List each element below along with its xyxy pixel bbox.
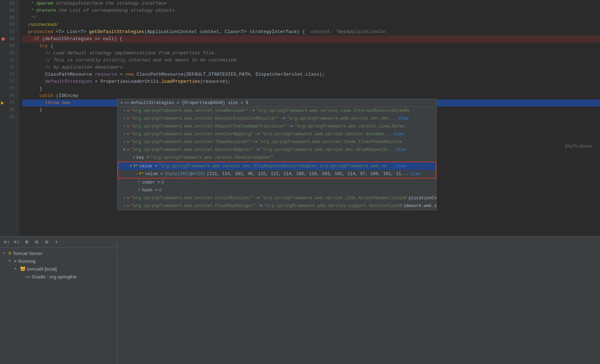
code-token: loadProperties — [162, 79, 200, 84]
code-token: } — [39, 86, 42, 91]
code-line-64: * @return the List of corresponding stra… — [22, 7, 600, 14]
code-token: * @param strategyInterface the strategy … — [28, 1, 167, 6]
debug-tooltip-popup: ▼ ∞∞ defaultStrategies = {Properties@464… — [117, 99, 437, 210]
popup-expand-icon[interactable]: ▼ — [120, 101, 123, 105]
line-70: 70 — [0, 50, 17, 57]
code-line-69: try { — [22, 43, 600, 50]
tomcat-server-item[interactable]: ▼ ⚙ Tomcat Server — [0, 249, 117, 257]
execution-point-arrow — [1, 101, 4, 105]
code-line-68: if (defaultStrategies == null) { — [22, 36, 600, 43]
code-token: catch — [39, 93, 56, 98]
debug-row-2[interactable]: > ≡ "org.springframework.web.servlet.Han… — [118, 115, 436, 123]
code-token: ClassPathResource(DEFAULT_STRATEGIES_PAT… — [136, 72, 325, 77]
debug-row-3[interactable]: > ≡ "org.springframework.web.servlet.Req… — [118, 123, 436, 130]
debug-row-9[interactable]: > f* value = {byte[283]@4710} [111, 114,… — [118, 170, 436, 178]
code-token: // by application developers. — [45, 65, 125, 70]
spacer — [20, 275, 24, 279]
infinity-icon: ∞∞ — [124, 100, 129, 105]
debug-row-12[interactable]: > ≡ "org.springframework.web.servlet.Loc… — [118, 194, 436, 202]
editor-area: 63 64 65 66 67 68 69 70 71 72 73 74 75 7… — [0, 0, 600, 236]
code-line-76: catch (IOExcep — [22, 92, 600, 99]
line-78: 78 — [0, 107, 17, 114]
tomcat9-label: tomcat9 [local] — [27, 266, 57, 272]
running-icon: ▶ — [14, 258, 17, 264]
code-token: if — [34, 36, 42, 42]
map-icon: ≡ — [127, 109, 130, 113]
line-69: 69 — [0, 43, 17, 50]
code-token: ClassPathResource — [45, 72, 95, 77]
code-token: resource — [95, 72, 117, 77]
code-line-70: // Load default strategy implementations… — [22, 50, 600, 57]
debug-variables-panel[interactable] — [117, 237, 600, 364]
map-icon: ≡ — [127, 204, 130, 208]
code-token: defaultStrategies — [45, 79, 92, 84]
server-icon: ⚙ — [9, 250, 11, 256]
line-63: 63 — [0, 0, 17, 7]
code-line-73: ClassPathResource resource = new ClassPa… — [22, 71, 600, 78]
code-token: context: "WebApplicationCon — [305, 29, 385, 34]
gradle-item[interactable]: ⚙❋ Gradle : org.springfrar — [0, 273, 117, 281]
debug-row-7[interactable]: ≡ key = "org.springframework.web.servlet… — [118, 154, 436, 162]
bottom-panel: ≡↕ ≡↕ ⊞ ⊟ ⊡ + ▼ ⚙ Tomcat Server ▼ ▶ — [0, 236, 600, 364]
code-line-67: protected <T> List<T> getDefaultStrategi… — [22, 28, 600, 36]
tomcat9-item[interactable]: ▼ 🐱 tomcat9 [local] — [0, 265, 117, 273]
code-token: /unchecked/ — [28, 22, 59, 27]
expand-arrow: ▼ — [9, 259, 13, 263]
line-74: 74 — [0, 78, 17, 85]
running-item[interactable]: ▼ ▶ Running — [0, 257, 117, 265]
code-token: */ — [28, 15, 36, 20]
sort-alpha-button[interactable]: ≡↕ — [3, 238, 11, 246]
breakpoint-indicator — [1, 37, 5, 41]
settings-button[interactable]: ⊡ — [43, 238, 50, 246]
map-icon: ≡ — [127, 116, 130, 121]
map-icon: ≡ — [127, 140, 130, 144]
tomcat-server-label: Tomcat Server — [13, 251, 43, 256]
expand-arrow: ▼ — [14, 267, 18, 271]
debug-row-11[interactable]: f hash = 0 — [118, 186, 436, 194]
field-icon: f — [138, 188, 141, 192]
code-token: * @return the List of corresponding stra… — [28, 8, 175, 13]
code-token: getDefaultStrategies — [89, 29, 144, 34]
code-token: // Load default strategy implementations… — [45, 50, 217, 56]
row-text: "org.springframework.web.servlet.ViewRes… — [131, 108, 248, 113]
map-icon: ≡ — [127, 124, 130, 129]
line-73: 73 — [0, 71, 17, 78]
main-container: 63 64 65 66 67 68 69 70 71 72 73 74 75 7… — [0, 0, 600, 364]
code-token: (defaultStrategies == null) { — [42, 36, 122, 42]
debug-red-border-section: ▼ f* value = "org.springframework.web.se… — [118, 162, 436, 179]
debug-row-6[interactable]: ▼ ≡ "org.springframework.web.servlet.Han… — [118, 146, 436, 154]
debug-popup-header-row: ▼ ∞∞ defaultStrategies = {Properties@464… — [118, 99, 436, 107]
add-service-button[interactable]: + — [53, 238, 60, 246]
services-tree: ▼ ⚙ Tomcat Server ▼ ▶ Running ▼ 🐱 tomcat… — [0, 248, 117, 364]
tomcat-icon: 🐱 — [20, 266, 26, 272]
field-icon: f* — [139, 172, 144, 176]
code-token: = — [117, 72, 125, 77]
line-77: 77 — [0, 99, 17, 107]
code-token: // This is currently strictly internal a… — [45, 58, 236, 63]
code-line-72: // by application developers. — [22, 64, 600, 71]
debug-row-4[interactable]: > ≡ "org.springframework.web.servlet.Han… — [118, 130, 436, 138]
line-79: 79 — [0, 114, 17, 121]
group-button[interactable]: ⊞ — [23, 238, 31, 246]
sort-button[interactable]: ≡↕ — [13, 238, 21, 246]
code-token: protected — [28, 29, 56, 34]
code-line-71: // This is currently strictly internal a… — [22, 57, 600, 64]
debug-row-1[interactable]: > ≡ "org.springframework.web.servlet.Vie… — [118, 107, 436, 115]
running-label: Running — [18, 259, 36, 264]
line-71: 71 — [0, 57, 17, 64]
debug-row-10[interactable]: f coder = 0 — [118, 179, 436, 186]
services-sidebar: ≡↕ ≡↕ ⊞ ⊟ ⊡ + ▼ ⚙ Tomcat Server ▼ ▶ — [0, 237, 117, 364]
code-line-74: defaultStrategies = PropertiesLoaderUtil… — [22, 78, 600, 85]
line-76: 76 — [0, 92, 17, 99]
filter-button[interactable]: ⊟ — [33, 238, 40, 246]
shortcut-hint: Shift+Enter — [565, 144, 593, 149]
field-icon: f — [138, 180, 141, 185]
code-line-66: /unchecked/ — [22, 21, 600, 28]
map-icon: ≡ — [127, 132, 130, 136]
debug-row-5[interactable]: > ≡ "org.springframework.web.servlet.The… — [118, 138, 436, 146]
code-token: throw new — [45, 100, 73, 105]
code-token: (ApplicationContext context, Class<T> st… — [144, 29, 305, 34]
debug-row-8[interactable]: ▼ f* value = "org.springframework.web.se… — [118, 162, 436, 170]
debug-row-13[interactable]: > ≡ "org.springframework.web.servlet.Fla… — [118, 202, 436, 210]
line-64: 64 — [0, 7, 17, 14]
